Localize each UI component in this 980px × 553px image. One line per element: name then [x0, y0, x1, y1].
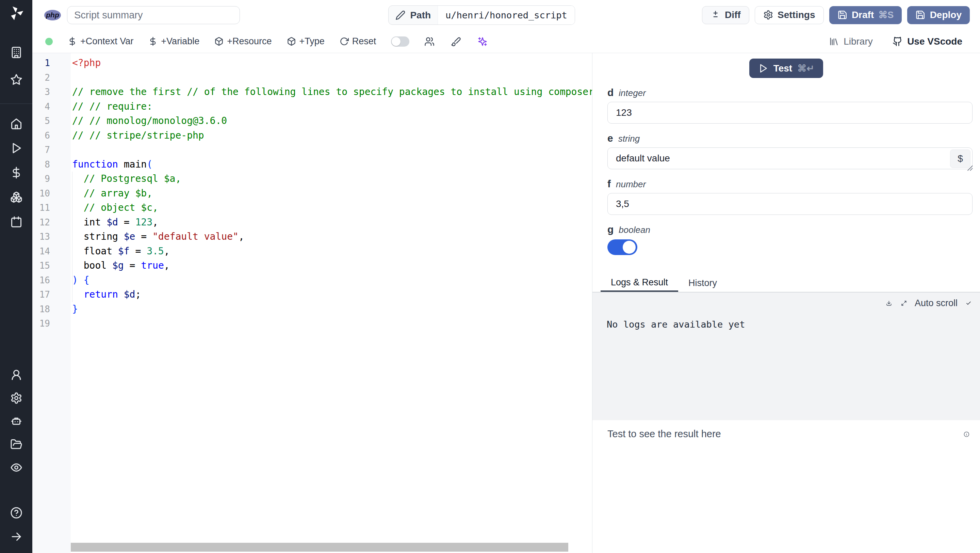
info-icon[interactable]: [961, 429, 972, 440]
sidebar-item-building[interactable]: [0, 39, 32, 66]
sidebar-group-main: [0, 112, 32, 234]
toolbar-button-label: +Variable: [161, 36, 199, 47]
line-number: 5: [32, 114, 50, 128]
script-summary-input[interactable]: [67, 6, 240, 24]
test-button[interactable]: Test ⌘↵: [749, 59, 823, 78]
line-number: 13: [32, 229, 50, 244]
field-e: e string $: [608, 132, 972, 169]
line-number: 2: [32, 70, 50, 85]
resize-handle[interactable]: [966, 164, 973, 171]
horizontal-scrollbar[interactable]: [71, 543, 568, 551]
code-line: // remove the first // of the following …: [72, 85, 592, 99]
deploy-button[interactable]: Deploy: [907, 6, 970, 24]
line-number: 15: [32, 258, 50, 273]
sidebar-item-bot[interactable]: [0, 410, 32, 433]
tab-logs-result[interactable]: Logs & Result: [601, 274, 678, 292]
field-d-input[interactable]: [608, 102, 972, 124]
pencil-icon: [395, 10, 405, 20]
draft-button[interactable]: Draft ⌘S: [829, 6, 902, 24]
sidebar-item-folder-open[interactable]: [0, 433, 32, 456]
code-line: // // require:: [72, 99, 592, 114]
code-content[interactable]: <?php // remove the first // of the foll…: [71, 53, 592, 553]
code-line: ) {: [72, 273, 592, 288]
sidebar-group-top: [0, 39, 32, 93]
sidebar-item-star[interactable]: [0, 66, 32, 93]
code-editor[interactable]: 12345678910111213141516171819 <?php // r…: [32, 53, 592, 553]
sidebar-item-home[interactable]: [0, 112, 32, 136]
diff-icon: [711, 10, 721, 20]
download-icon[interactable]: [885, 299, 893, 308]
line-number: 18: [32, 302, 50, 317]
draft-button-label: Draft: [852, 10, 874, 21]
line-number: 7: [32, 143, 50, 157]
use-vscode-button[interactable]: Use VScode: [892, 36, 962, 47]
sidebar-item-calendar[interactable]: [0, 209, 32, 234]
code-line: [72, 70, 592, 85]
code-line: }: [72, 302, 592, 317]
diff-mode-toggle[interactable]: [391, 37, 409, 47]
topbar-actions: Diff Settings Draft ⌘S Deploy: [702, 6, 980, 24]
right-panel: Test ⌘↵ d integer e: [592, 53, 980, 553]
sidebar-item-play[interactable]: [0, 136, 32, 160]
add-context-var-button[interactable]: +Context Var: [68, 36, 134, 47]
library-button[interactable]: Library: [829, 36, 873, 47]
code-line: float $f = 3.5,: [72, 244, 592, 259]
argument-fields: d integer e string $: [592, 78, 980, 255]
check-icon[interactable]: [964, 299, 972, 308]
expand-icon[interactable]: [900, 299, 908, 308]
sidebar-item-eye[interactable]: [0, 456, 32, 479]
diff-button[interactable]: Diff: [702, 6, 749, 24]
add-type-button[interactable]: +Type: [287, 36, 325, 47]
dollar-icon: [68, 37, 77, 46]
field-e-wrap: $: [608, 147, 972, 169]
field-e-input[interactable]: [608, 147, 972, 169]
add-variable-button[interactable]: +Variable: [148, 36, 199, 47]
test-row: Test ⌘↵: [592, 53, 980, 78]
field-f-input[interactable]: [608, 193, 972, 215]
field-g-toggle[interactable]: [608, 239, 637, 255]
logs-empty-message: No logs are available yet: [607, 319, 745, 330]
toolbar-button-label: +Resource: [227, 36, 272, 47]
auto-scroll-label[interactable]: Auto scroll: [915, 298, 958, 309]
settings-button[interactable]: Settings: [755, 6, 824, 24]
field-g-type: boolean: [619, 225, 650, 235]
windmill-logo-icon: [8, 5, 24, 21]
code-line: // array $b,: [72, 186, 592, 201]
github-icon: [892, 37, 902, 46]
add-resource-button[interactable]: +Resource: [215, 36, 272, 47]
sidebar-item-gear[interactable]: [0, 386, 32, 410]
script-path-widget[interactable]: Path u/henri/honored_script: [388, 5, 575, 25]
field-d-label: d integer: [608, 87, 972, 99]
toolbar-button-label: +Context Var: [80, 36, 134, 47]
sidebar-item-arrow-right[interactable]: [0, 525, 32, 548]
library-label: Library: [843, 36, 873, 47]
field-g-label: g boolean: [608, 224, 972, 235]
toolbar-right: Library Use VScode: [829, 36, 962, 47]
code-line: // // stripe/stripe-php: [72, 128, 592, 143]
field-g-name: g: [608, 224, 614, 235]
field-e-label: e string: [608, 132, 972, 144]
workspace: 12345678910111213141516171819 <?php // r…: [32, 53, 980, 553]
sidebar-item-dollar[interactable]: [0, 160, 32, 185]
field-f-name: f: [608, 178, 611, 190]
toggle-knob: [392, 37, 401, 46]
settings-button-label: Settings: [778, 10, 815, 21]
code-line: // object $c,: [72, 201, 592, 215]
sidebar-item-user[interactable]: [0, 363, 32, 386]
sparkles-icon[interactable]: [477, 37, 488, 47]
line-number: 3: [32, 85, 50, 99]
field-g: g boolean: [608, 224, 972, 255]
toolbar-left: +Context Var+Variable+Resource+TypeReset: [45, 36, 488, 47]
reset-button[interactable]: Reset: [340, 36, 376, 47]
library-icon: [829, 37, 839, 46]
users-icon[interactable]: [424, 37, 434, 47]
field-d: d integer: [608, 87, 972, 124]
sidebar-item-help[interactable]: [0, 501, 32, 525]
tab-history[interactable]: History: [678, 274, 727, 292]
toolbar-button-label: +Type: [299, 36, 325, 47]
brush-icon[interactable]: [451, 37, 461, 47]
sidebar-item-boxes[interactable]: [0, 185, 32, 209]
sidebar: [0, 0, 32, 553]
line-number: 10: [32, 186, 50, 201]
package-icon: [287, 37, 296, 46]
